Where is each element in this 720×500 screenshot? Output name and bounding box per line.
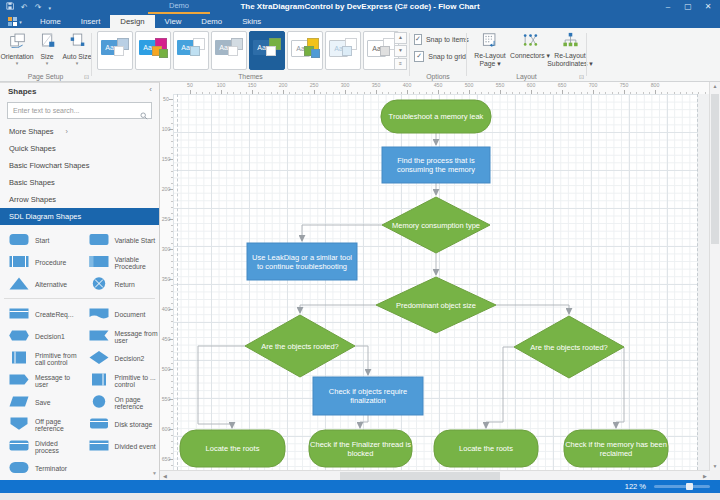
shape-item-variable-procedure[interactable]: Variable Procedure xyxy=(80,252,160,274)
search-input[interactable] xyxy=(11,104,143,117)
search-icon xyxy=(140,106,148,124)
shape-item-createreq[interactable]: CreateReq... xyxy=(0,304,80,326)
undo-icon[interactable]: ↶ xyxy=(21,3,28,13)
connector-line[interactable] xyxy=(302,225,382,241)
zoom-slider-thumb[interactable] xyxy=(686,483,693,490)
theme-thumb-5[interactable]: Aa xyxy=(249,31,285,70)
close-button[interactable]: ✕ xyxy=(698,0,718,13)
scroll-up-icon[interactable]: ▲ xyxy=(710,83,720,89)
tab-home[interactable]: Home xyxy=(30,15,71,28)
shape-item-message-to-user[interactable]: Message to user xyxy=(0,370,80,392)
connector-line[interactable] xyxy=(486,347,514,428)
shapes-category-basic-shapes[interactable]: Basic Shapes xyxy=(0,174,159,191)
qat-customize-icon[interactable]: ▾ xyxy=(48,3,51,13)
tab-skins[interactable]: Skins xyxy=(232,15,271,28)
scroll-left-icon[interactable]: ◀ xyxy=(160,473,170,479)
shape-item-label: Message to user xyxy=(35,374,80,389)
theme-thumb-7[interactable]: Aa xyxy=(325,31,361,70)
connectors-button[interactable]: Connectors ▾ xyxy=(510,29,550,67)
shape-item-decision2[interactable]: Decision2 xyxy=(80,348,160,370)
dialog-launcher-icon[interactable]: ⊡ xyxy=(579,73,584,80)
ruler-label: 300 xyxy=(337,82,353,88)
shape-item-off-page-reference[interactable]: Off page reference xyxy=(0,414,80,436)
horizontal-scroll-thumb[interactable] xyxy=(340,472,500,480)
shape-item-message-from-user[interactable]: Message from user xyxy=(80,326,160,348)
connector-line[interactable] xyxy=(360,415,368,428)
connector-line[interactable] xyxy=(616,347,624,428)
shape-item-divided-process[interactable]: Divided process xyxy=(0,436,80,458)
shape-item-start[interactable]: Start xyxy=(0,230,80,252)
panel-collapse-icon[interactable]: ‹ xyxy=(149,85,152,94)
connector-line[interactable] xyxy=(300,305,376,313)
shape-item-variable-start[interactable]: Variable Start xyxy=(80,230,160,252)
themes-scroll-down-icon[interactable]: ▼ xyxy=(394,45,407,57)
dialog-launcher-icon[interactable]: ⊡ xyxy=(84,73,89,80)
auto-size-button[interactable]: Auto Size▾ xyxy=(62,29,92,66)
theme-thumb-4[interactable]: Aa xyxy=(211,31,247,70)
options-checkboxes: ✓Snap to items✓Snap to grid xyxy=(410,34,466,62)
theme-thumb-6[interactable]: Aa xyxy=(287,31,323,70)
vertical-scroll-thumb[interactable] xyxy=(711,94,719,244)
save-icon[interactable] xyxy=(6,2,14,13)
shape-item-document[interactable]: Document xyxy=(80,304,160,326)
shapes-category-arrow-shapes[interactable]: Arrow Shapes xyxy=(0,191,159,208)
diagram-node-use-leakdiag-or-a-similar-tool-to-continue-troubleshooting[interactable]: Use LeakDiag or a similar toolto continu… xyxy=(247,243,357,280)
size-button[interactable]: Size▾ xyxy=(32,29,62,66)
diagram-node-check-if-the-finalizer-thread-is-blocked[interactable]: Check if the Finalizer thread isblocked xyxy=(309,430,412,467)
scroll-down-icon[interactable]: ▼ xyxy=(710,463,720,469)
re-layout-page-button[interactable]: Re-LayoutPage ▾ xyxy=(470,29,510,67)
shape-item-disk-storage[interactable]: Disk storage xyxy=(80,414,160,436)
shapes-category-more-shapes[interactable]: More Shapes› xyxy=(0,123,159,140)
gallery-scrollbar[interactable]: ▼ xyxy=(151,380,158,476)
diagram-node-check-if-objects-require-finalization[interactable]: Check if objects requirefinalization xyxy=(313,377,423,415)
diagram-node-locate-the-roots[interactable]: Locate the roots xyxy=(180,430,285,467)
connector-line[interactable] xyxy=(496,305,569,314)
shape-item-procedure[interactable]: Procedure xyxy=(0,252,80,274)
diagram-node-memory-consumption-type[interactable]: Memory consumption type xyxy=(382,197,490,253)
shapes-category-quick-shapes[interactable]: Quick Shapes xyxy=(0,140,159,157)
shape-item-on-page-reference[interactable]: On page reference xyxy=(80,392,160,414)
shape-item-decision1[interactable]: Decision1 xyxy=(0,326,80,348)
connector-line[interactable] xyxy=(355,346,368,375)
shape-item-primitive-from-call-control[interactable]: Primitive from call control xyxy=(0,348,80,370)
vertical-scrollbar[interactable]: ▲ ▼ xyxy=(709,82,720,470)
diagram-node-are-the-objects-rooted[interactable]: Are the objects rooted? xyxy=(514,316,624,378)
shape-item-terminator[interactable]: Terminator xyxy=(0,458,80,480)
tab-demo[interactable]: Demo xyxy=(191,15,232,28)
diagram-node-troubleshoot-a-memory-leak[interactable]: Troubleshoot a memory leak xyxy=(381,100,491,133)
maximize-button[interactable]: ▢ xyxy=(678,0,698,13)
shape-item-alternative[interactable]: Alternative xyxy=(0,274,80,296)
theme-thumb-1[interactable]: Aa xyxy=(97,31,133,70)
shapes-category-basic-flowchart-shapes[interactable]: Basic Flowchart Shapes xyxy=(0,157,159,174)
diagram-node-find-the-process-that-is-consuming-the-memory[interactable]: Find the process that isconsuming the me… xyxy=(382,147,490,183)
diagram-node-predominant-object-size[interactable]: Predominant object size xyxy=(376,277,496,333)
themes-more-icon[interactable]: ≡ xyxy=(394,58,407,70)
button-label: Re-Layout xyxy=(474,52,505,60)
snap-to-items-checkbox[interactable]: ✓Snap to items xyxy=(414,34,466,45)
re-layout-subordinates-button[interactable]: Re-LayoutSubordinates ▾ xyxy=(550,29,590,67)
shapes-category-sdl-diagram-shapes[interactable]: SDL Diagram Shapes xyxy=(0,208,159,225)
redo-icon[interactable]: ↷ xyxy=(35,3,42,13)
tab-insert[interactable]: Insert xyxy=(71,15,111,28)
app-menu-button[interactable]: ▾ xyxy=(0,15,30,28)
diagram-node-check-if-the-memory-has-been-reclaimed[interactable]: Check if the memory has beenreclaimed xyxy=(564,430,668,467)
shape-item-divided-event[interactable]: Divided event xyxy=(80,436,160,458)
zoom-slider[interactable] xyxy=(654,485,710,488)
minimize-button[interactable]: – xyxy=(658,0,678,13)
diagram-page[interactable]: Troubleshoot a memory leakFind the proce… xyxy=(173,94,710,470)
shape-item-return[interactable]: Return xyxy=(80,274,160,296)
scroll-right-icon[interactable]: ▶ xyxy=(700,473,710,479)
theme-thumb-3[interactable]: Aa xyxy=(173,31,209,70)
connector-line[interactable] xyxy=(198,346,245,428)
tab-design[interactable]: Design xyxy=(110,15,154,28)
theme-thumb-2[interactable]: Aa xyxy=(135,31,171,70)
tab-view[interactable]: View xyxy=(155,15,192,28)
shape-item-primitive-to-control[interactable]: Primitive to ... control xyxy=(80,370,160,392)
snap-to-grid-checkbox[interactable]: ✓Snap to grid xyxy=(414,51,466,62)
scroll-down-icon[interactable]: ▼ xyxy=(151,470,158,476)
themes-scroll-up-icon[interactable]: ▲ xyxy=(394,32,407,44)
diagram-node-locate-the-roots[interactable]: Locate the roots xyxy=(434,430,538,467)
orientation-button[interactable]: Orientation▾ xyxy=(2,29,32,66)
shape-item-save[interactable]: Save xyxy=(0,392,80,414)
diagram-node-are-the-objects-rooted[interactable]: Are the objects rooted? xyxy=(245,315,355,377)
